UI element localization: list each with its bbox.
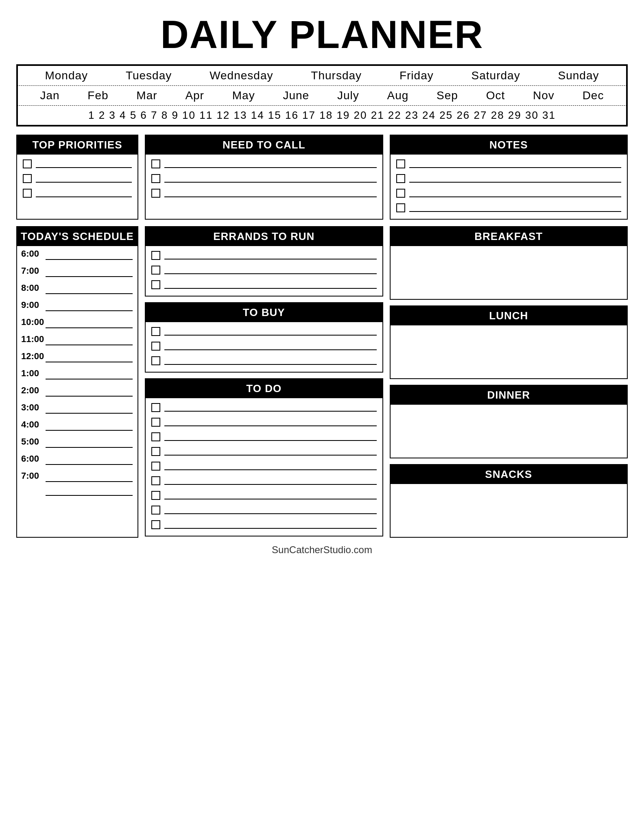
buy-checkbox-3[interactable] bbox=[151, 356, 160, 365]
priority-item-3 bbox=[23, 189, 132, 198]
schedule-time-end bbox=[21, 488, 133, 496]
todo-checkbox-9[interactable] bbox=[151, 520, 160, 529]
buy-item-3 bbox=[151, 356, 377, 365]
notes-section: NOTES bbox=[390, 135, 628, 220]
schedule-section: TODAY'S SCHEDULE 6:00 7:00 8:00 9:00 10:… bbox=[16, 226, 138, 538]
note-item-3 bbox=[396, 189, 622, 198]
todo-item-1 bbox=[151, 403, 377, 412]
date-row: 1 2 3 4 5 6 7 8 9 10 11 12 13 14 15 16 1… bbox=[17, 105, 627, 126]
todo-checkbox-4[interactable] bbox=[151, 447, 160, 456]
buy-item-2 bbox=[151, 342, 377, 351]
buy-item-1 bbox=[151, 327, 377, 336]
schedule-time-900am: 9:00 bbox=[21, 300, 133, 311]
call-item-1 bbox=[151, 159, 377, 168]
month-row: Jan Feb Mar Apr May June July Aug Sep Oc… bbox=[17, 85, 627, 105]
todo-checkbox-5[interactable] bbox=[151, 462, 160, 471]
middle-column: ERRANDS TO RUN TO BUY TO DO bbox=[145, 226, 383, 538]
todo-checkbox-1[interactable] bbox=[151, 403, 160, 412]
note-checkbox-3[interactable] bbox=[396, 189, 405, 198]
errand-checkbox-2[interactable] bbox=[151, 266, 160, 275]
snacks-header: SNACKS bbox=[391, 465, 627, 484]
todo-item-6 bbox=[151, 476, 377, 485]
to-do-header: TO DO bbox=[146, 379, 382, 398]
top-priorities-section: TOP PRIORITIES bbox=[16, 135, 138, 220]
checkbox-1[interactable] bbox=[23, 159, 32, 168]
lunch-section: LUNCH bbox=[390, 305, 628, 379]
notes-header: NOTES bbox=[391, 135, 627, 155]
todo-item-5 bbox=[151, 462, 377, 471]
day-row: Monday Tuesday Wednesday Thursday Friday… bbox=[17, 65, 627, 85]
call-item-2 bbox=[151, 174, 377, 183]
schedule-time-500pm: 5:00 bbox=[21, 436, 133, 448]
schedule-header: TODAY'S SCHEDULE bbox=[17, 227, 138, 246]
call-checkbox-3[interactable] bbox=[151, 189, 160, 198]
schedule-time-800am: 8:00 bbox=[21, 283, 133, 294]
to-do-section: TO DO bbox=[145, 378, 383, 536]
todo-checkbox-2[interactable] bbox=[151, 418, 160, 427]
schedule-time-700pm: 7:00 bbox=[21, 471, 133, 482]
schedule-time-1000am: 10:00 bbox=[21, 317, 133, 328]
schedule-time-700am: 7:00 bbox=[21, 266, 133, 277]
schedule-time-1100am: 11:00 bbox=[21, 334, 133, 345]
note-item-1 bbox=[396, 159, 622, 168]
errand-checkbox-3[interactable] bbox=[151, 280, 160, 289]
need-to-call-section: NEED TO CALL bbox=[145, 135, 383, 220]
call-checkbox-1[interactable] bbox=[151, 159, 160, 168]
call-checkbox-2[interactable] bbox=[151, 174, 160, 183]
schedule-time-200pm: 2:00 bbox=[21, 385, 133, 397]
schedule-time-600pm: 6:00 bbox=[21, 454, 133, 465]
todo-item-3 bbox=[151, 432, 377, 441]
note-item-2 bbox=[396, 174, 622, 183]
right-column: BREAKFAST LUNCH DINNER SNACKS bbox=[390, 226, 628, 538]
buy-checkbox-2[interactable] bbox=[151, 342, 160, 351]
priority-item-1 bbox=[23, 159, 132, 168]
note-checkbox-4[interactable] bbox=[396, 203, 405, 212]
breakfast-header: BREAKFAST bbox=[391, 227, 627, 246]
todo-item-2 bbox=[151, 418, 377, 427]
schedule-time-400pm: 4:00 bbox=[21, 419, 133, 431]
schedule-time-300pm: 3:00 bbox=[21, 402, 133, 414]
need-to-call-header: NEED TO CALL bbox=[146, 135, 382, 155]
to-buy-header: TO BUY bbox=[146, 303, 382, 322]
errand-item-3 bbox=[151, 280, 377, 289]
errand-item-2 bbox=[151, 266, 377, 275]
checkbox-2[interactable] bbox=[23, 174, 32, 183]
todo-checkbox-7[interactable] bbox=[151, 491, 160, 500]
note-checkbox-1[interactable] bbox=[396, 159, 405, 168]
schedule-time-1200pm: 12:00 bbox=[21, 351, 133, 362]
snacks-section: SNACKS bbox=[390, 464, 628, 538]
errands-section: ERRANDS TO RUN bbox=[145, 226, 383, 297]
footer: SunCatcherStudio.com bbox=[16, 544, 628, 556]
todo-checkbox-3[interactable] bbox=[151, 432, 160, 441]
schedule-time-600am: 6:00 bbox=[21, 249, 133, 260]
breakfast-section: BREAKFAST bbox=[390, 226, 628, 300]
todo-checkbox-6[interactable] bbox=[151, 476, 160, 485]
lunch-header: LUNCH bbox=[391, 306, 627, 325]
checkbox-3[interactable] bbox=[23, 189, 32, 198]
calendar-block: Monday Tuesday Wednesday Thursday Friday… bbox=[16, 64, 628, 126]
page-title: DAILY PLANNER bbox=[16, 12, 628, 57]
top-priorities-header: TOP PRIORITIES bbox=[17, 135, 138, 155]
dinner-section: DINNER bbox=[390, 385, 628, 458]
todo-item-4 bbox=[151, 447, 377, 456]
call-item-3 bbox=[151, 189, 377, 198]
to-buy-section: TO BUY bbox=[145, 302, 383, 373]
errand-checkbox-1[interactable] bbox=[151, 251, 160, 260]
errand-item-1 bbox=[151, 251, 377, 260]
todo-checkbox-8[interactable] bbox=[151, 506, 160, 515]
dinner-header: DINNER bbox=[391, 386, 627, 405]
buy-checkbox-1[interactable] bbox=[151, 327, 160, 336]
note-item-4 bbox=[396, 203, 622, 212]
schedule-time-100pm: 1:00 bbox=[21, 368, 133, 379]
note-checkbox-2[interactable] bbox=[396, 174, 405, 183]
todo-item-9 bbox=[151, 520, 377, 529]
errands-header: ERRANDS TO RUN bbox=[146, 227, 382, 246]
todo-item-8 bbox=[151, 506, 377, 515]
priority-item-2 bbox=[23, 174, 132, 183]
todo-item-7 bbox=[151, 491, 377, 500]
